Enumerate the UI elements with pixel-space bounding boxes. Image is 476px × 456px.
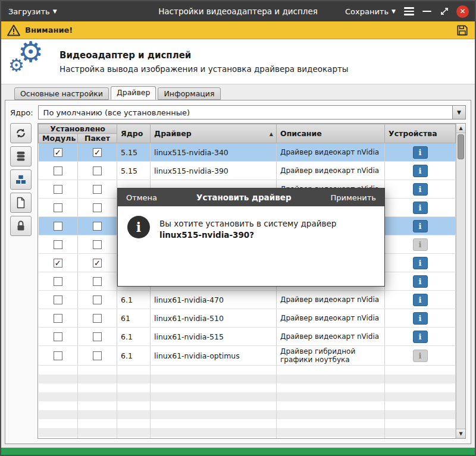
module-checkbox[interactable] (54, 295, 62, 304)
package-checkbox[interactable] (93, 277, 102, 286)
device-info-button[interactable]: i (413, 350, 428, 362)
package-checkbox[interactable] (93, 222, 102, 231)
kernel-cell: 61 (117, 309, 151, 328)
dialog-titlebar: Отмена Установить драйвер Применить (118, 188, 384, 206)
maximize-button[interactable] (439, 5, 450, 17)
device-info-button[interactable]: i (413, 294, 428, 306)
lock-button[interactable] (10, 216, 32, 236)
scrollbar-thumb[interactable] (458, 134, 464, 159)
package-checkbox[interactable] (93, 295, 102, 304)
device-info-button[interactable]: i (413, 146, 428, 159)
devices-cell: i (385, 199, 456, 217)
table-row[interactable]: 6.1linux61-nvidia-optimusДрайвер гибридн… (39, 346, 456, 366)
module-checkbox[interactable] (54, 332, 62, 341)
save-file-icon[interactable] (456, 24, 469, 37)
table-row[interactable]: ✓✓5.15linux515-nvidia-340Драйвер видеока… (39, 143, 456, 162)
chevron-down-icon[interactable]: ▼ (452, 106, 465, 119)
device-info-button[interactable]: i (413, 202, 428, 214)
minimize-icon (422, 11, 431, 12)
column-header-package[interactable]: Пакет (78, 134, 117, 143)
description-cell: Драйвер видеокарт nVidia (277, 291, 385, 309)
gears-icon: ⚙ ⚙ (8, 42, 50, 81)
chevron-down-icon: ▼ (392, 8, 396, 14)
description-cell: Драйвер видеокарт nVidia (277, 162, 385, 180)
package-checkbox[interactable] (93, 351, 102, 360)
column-header-devices[interactable]: Устройства (385, 124, 456, 143)
menu-icon[interactable] (403, 6, 415, 17)
dialog-title: Установить драйвер (157, 193, 330, 202)
close-button[interactable]: ✕ (456, 5, 469, 18)
kernel-filter-row: Ядро: По умолчанию (все установленные) ▼ (5, 100, 471, 123)
tab-information[interactable]: Информация (158, 87, 220, 100)
column-header-installed[interactable]: Установлено (39, 124, 117, 134)
tab-driver[interactable]: Драйвер (111, 86, 156, 100)
driver-cell: linux61-nvidia-510 (151, 309, 277, 328)
module-checkbox[interactable] (54, 314, 62, 323)
devices-cell: i (385, 291, 456, 309)
load-menu-button[interactable]: Загрузить ▼ (7, 5, 58, 18)
minimize-button[interactable] (421, 10, 433, 14)
table-row[interactable]: 6.1linux61-nvidia-470Драйвер видеокарт n… (39, 291, 456, 309)
package-checkbox[interactable] (93, 166, 102, 175)
devices-cell: i (385, 217, 456, 235)
vertical-scrollbar[interactable]: ▲ ▼ (456, 124, 465, 438)
column-header-driver[interactable]: Драйвер ▲ (151, 124, 277, 143)
empty-row (39, 375, 456, 383)
module-checkbox[interactable]: ✓ (54, 259, 62, 268)
package-checkbox[interactable]: ✓ (93, 259, 102, 268)
status-bar (1, 448, 475, 455)
column-header-description[interactable]: Описание (277, 124, 385, 143)
packages-button[interactable] (10, 169, 32, 190)
database-icon (15, 150, 27, 162)
package-checkbox[interactable] (93, 332, 102, 341)
device-info-button[interactable]: i (413, 220, 428, 232)
module-checkbox[interactable] (54, 166, 62, 175)
empty-row (39, 366, 456, 375)
device-info-button[interactable]: i (413, 165, 428, 177)
warning-icon (7, 24, 20, 36)
table-row[interactable]: 6.1linux61-nvidia-515Драйвер видеокарт n… (39, 328, 456, 346)
module-checkbox[interactable] (54, 185, 62, 194)
module-checkbox[interactable] (54, 277, 62, 286)
module-checkbox[interactable]: ✓ (54, 148, 62, 157)
package-checkbox[interactable] (93, 185, 102, 194)
database-button[interactable] (10, 146, 32, 166)
devices-cell: i (385, 309, 456, 328)
device-info-button[interactable]: i (413, 331, 428, 343)
package-checkbox[interactable] (93, 240, 102, 249)
empty-row (39, 410, 456, 419)
devices-cell: i (385, 328, 456, 346)
kernel-filter-combobox[interactable]: По умолчанию (все установленные) ▼ (38, 105, 466, 119)
device-info-button[interactable]: i (413, 238, 428, 251)
column-header-kernel[interactable]: Ядро (117, 124, 151, 143)
dialog-apply-button[interactable]: Применить (331, 193, 376, 202)
dialog-cancel-button[interactable]: Отмена (126, 193, 157, 202)
column-header-module[interactable]: Модуль (39, 134, 78, 143)
devices-cell: i (385, 272, 456, 291)
package-checkbox[interactable] (93, 314, 102, 323)
device-info-button[interactable]: i (413, 183, 428, 196)
table-row[interactable]: 61linux61-nvidia-510Драйвер видеокарт nV… (39, 309, 456, 328)
refresh-button[interactable] (10, 123, 32, 143)
module-checkbox[interactable] (54, 240, 62, 249)
table-row[interactable]: 5.15linux515-nvidia-390Драйвер видеокарт… (39, 162, 456, 180)
maximize-icon (440, 7, 449, 16)
device-info-button[interactable]: i (413, 312, 428, 325)
module-checkbox[interactable] (54, 222, 62, 231)
description-cell: Драйвер видеокарт nVidia (277, 309, 385, 328)
info-icon: i (127, 216, 150, 238)
file-button[interactable] (10, 193, 32, 213)
tab-general-settings[interactable]: Основные настройки (14, 87, 109, 100)
scroll-down-icon[interactable]: ▼ (456, 429, 465, 438)
kernel-filter-label: Ядро: (10, 108, 33, 117)
device-info-button[interactable]: i (413, 275, 428, 288)
module-checkbox[interactable] (54, 203, 62, 212)
package-checkbox[interactable] (93, 203, 102, 212)
package-checkbox[interactable]: ✓ (93, 148, 102, 157)
module-checkbox[interactable] (54, 351, 62, 360)
sort-ascending-icon: ▲ (270, 131, 273, 136)
save-menu-button[interactable]: Сохранить ▼ (344, 5, 397, 18)
page-title: Видеоадаптер и дисплей (60, 50, 349, 61)
scroll-up-icon[interactable]: ▲ (456, 124, 465, 133)
device-info-button[interactable]: i (413, 257, 428, 269)
